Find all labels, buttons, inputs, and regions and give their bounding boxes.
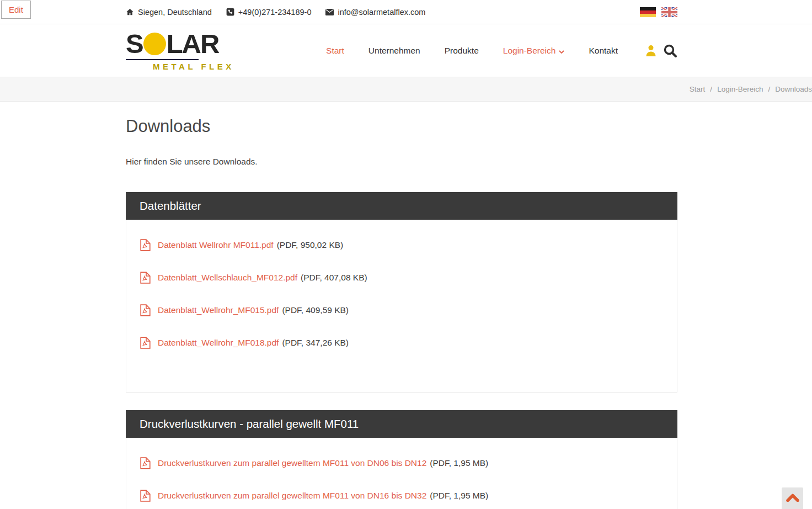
email-text: info@solarmetalflex.com	[338, 8, 425, 17]
breadcrumb-login-bereich[interactable]: Login-Bereich	[717, 85, 763, 93]
logo-wordmark: S LAR	[126, 30, 234, 57]
file-row: Datenblatt Wellrohr MF011.pdf (PDF, 950,…	[140, 239, 663, 251]
file-link[interactable]: Druckverlustkurven zum parallel gewellte…	[158, 458, 426, 468]
file-row: Datenblatt_Wellrohr_MF018.pdf (PDF, 347,…	[140, 337, 663, 349]
location-item: Siegen, Deutschland	[126, 8, 212, 17]
sun-circle-icon	[143, 33, 166, 55]
phone-icon	[226, 8, 234, 16]
breadcrumb-separator: /	[710, 85, 712, 93]
section-druckverlustkurven: Druckverlustkurven - parallel gewellt MF…	[126, 410, 677, 509]
email-item: info@solarmetalflex.com	[325, 8, 425, 17]
file-size: (PDF, 409,59 KB)	[282, 305, 349, 315]
file-row: Datenblatt_Wellrohr_MF015.pdf (PDF, 409,…	[140, 304, 663, 316]
file-row: Druckverlustkurven zum parallel gewellte…	[140, 490, 663, 502]
nav-item-kontakt[interactable]: Kontakt	[589, 46, 618, 56]
section-header: Datenblätter	[126, 192, 677, 220]
file-size: (PDF, 950,02 KB)	[277, 240, 344, 250]
section-datenblaetter: Datenblätter Datenblatt Wellrohr MF011.p…	[126, 192, 677, 393]
phone-item: +49(0)271-234189-0	[226, 8, 312, 17]
file-link[interactable]: Datenblatt_Wellschlauch_MF012.pdf	[158, 273, 297, 283]
nav-item-produkte[interactable]: Produkte	[445, 46, 479, 56]
file-row: Druckverlustkurven zum parallel gewellte…	[140, 457, 663, 469]
section-header: Druckverlustkurven - parallel gewellt MF…	[126, 410, 677, 438]
location-text: Siegen, Deutschland	[138, 8, 212, 17]
language-switcher	[640, 7, 677, 17]
chevron-down-icon	[559, 46, 564, 56]
phone-text: +49(0)271-234189-0	[238, 8, 312, 17]
breadcrumb-current: Downloads	[775, 85, 812, 93]
pdf-file-icon	[140, 490, 151, 502]
site-header: S LAR METAL FLEX Start Unternehmen Produ…	[0, 24, 812, 77]
logo-divider	[126, 59, 199, 60]
nav-item-login-bereich[interactable]: Login-Bereich	[503, 46, 565, 56]
site-logo[interactable]: S LAR METAL FLEX	[126, 30, 234, 71]
nav-item-unternehmen[interactable]: Unternehmen	[368, 46, 420, 56]
file-size: (PDF, 1,95 MB)	[430, 491, 488, 501]
main-content: Downloads Hier finden Sie unsere Downloa…	[126, 116, 677, 509]
section-body: Datenblatt Wellrohr MF011.pdf (PDF, 950,…	[126, 220, 677, 393]
intro-text: Hier finden Sie unsere Downloads.	[126, 157, 677, 167]
breadcrumb: Start/Login-Bereich/Downloads	[126, 85, 812, 93]
file-link[interactable]: Druckverlustkurven zum parallel gewellte…	[158, 491, 426, 501]
contact-info: Siegen, Deutschland +49(0)271-234189-0 i…	[126, 8, 425, 17]
file-link[interactable]: Datenblatt_Wellrohr_MF018.pdf	[158, 338, 279, 348]
envelope-icon	[325, 9, 334, 15]
nav-item-login-label: Login-Bereich	[503, 46, 556, 56]
search-icon[interactable]	[663, 44, 677, 58]
breadcrumb-bar: Start/Login-Bereich/Downloads	[0, 77, 812, 102]
section-title: Datenblätter	[140, 199, 664, 213]
file-size: (PDF, 347,26 KB)	[282, 338, 349, 348]
file-size: (PDF, 1,95 MB)	[430, 458, 488, 468]
section-body: Druckverlustkurven zum parallel gewellte…	[126, 438, 677, 509]
user-icon[interactable]	[644, 44, 658, 57]
file-link[interactable]: Datenblatt_Wellrohr_MF015.pdf	[158, 305, 279, 315]
breadcrumb-start[interactable]: Start	[690, 85, 706, 93]
pdf-file-icon	[140, 337, 151, 349]
home-icon	[126, 8, 134, 16]
breadcrumb-separator: /	[768, 85, 770, 93]
file-link[interactable]: Datenblatt Wellrohr MF011.pdf	[158, 240, 274, 250]
logo-letters-lar: LAR	[167, 30, 219, 57]
pdf-file-icon	[140, 272, 151, 284]
file-size: (PDF, 407,08 KB)	[301, 273, 367, 283]
edit-button[interactable]: Edit	[1, 1, 31, 19]
chevron-up-icon	[786, 494, 799, 503]
pdf-file-icon	[140, 239, 151, 251]
page-title: Downloads	[126, 116, 677, 136]
file-row: Datenblatt_Wellschlauch_MF012.pdf (PDF, …	[140, 272, 663, 284]
top-bar: Edit Siegen, Deutschland +49(0)271-23418…	[0, 0, 812, 24]
uk-flag[interactable]	[661, 7, 677, 17]
pdf-file-icon	[140, 304, 151, 316]
logo-tagline: METAL FLEX	[153, 62, 234, 71]
main-nav: Start Unternehmen Produkte Login-Bereich…	[326, 44, 677, 58]
scroll-to-top-button[interactable]	[782, 487, 803, 509]
logo-letter-s: S	[126, 30, 143, 57]
german-flag[interactable]	[640, 7, 656, 17]
nav-item-start[interactable]: Start	[326, 46, 344, 56]
pdf-file-icon	[140, 457, 151, 469]
section-title: Druckverlustkurven - parallel gewellt MF…	[140, 417, 664, 431]
